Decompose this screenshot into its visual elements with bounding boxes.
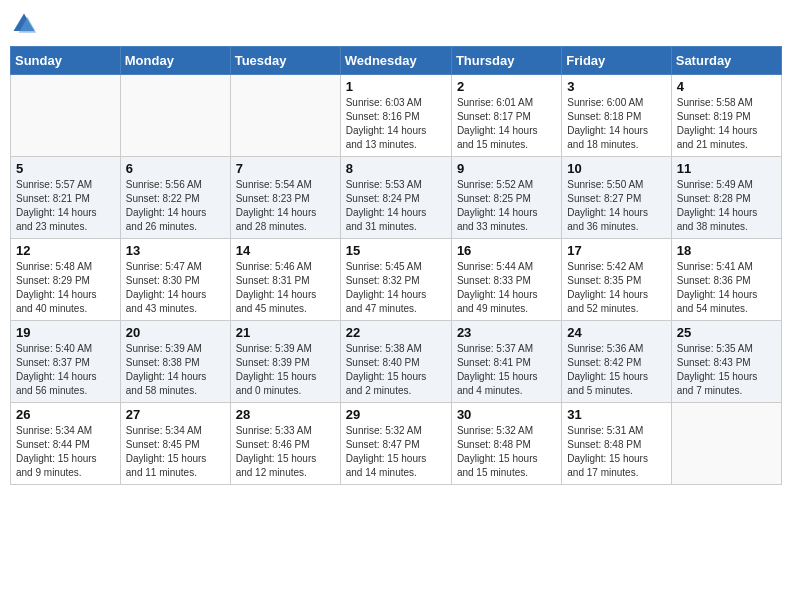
calendar-cell: 9Sunrise: 5:52 AM Sunset: 8:25 PM Daylig… (451, 157, 561, 239)
calendar-cell: 21Sunrise: 5:39 AM Sunset: 8:39 PM Dayli… (230, 321, 340, 403)
day-number: 16 (457, 243, 556, 258)
header-row: SundayMondayTuesdayWednesdayThursdayFrid… (11, 47, 782, 75)
day-number: 24 (567, 325, 665, 340)
day-info: Sunrise: 5:50 AM Sunset: 8:27 PM Dayligh… (567, 178, 665, 234)
day-number: 14 (236, 243, 335, 258)
calendar-week-2: 12Sunrise: 5:48 AM Sunset: 8:29 PM Dayli… (11, 239, 782, 321)
day-info: Sunrise: 5:53 AM Sunset: 8:24 PM Dayligh… (346, 178, 446, 234)
day-info: Sunrise: 5:34 AM Sunset: 8:44 PM Dayligh… (16, 424, 115, 480)
calendar-week-0: 1Sunrise: 6:03 AM Sunset: 8:16 PM Daylig… (11, 75, 782, 157)
calendar-table: SundayMondayTuesdayWednesdayThursdayFrid… (10, 46, 782, 485)
day-header-wednesday: Wednesday (340, 47, 451, 75)
day-info: Sunrise: 5:39 AM Sunset: 8:39 PM Dayligh… (236, 342, 335, 398)
calendar-cell: 5Sunrise: 5:57 AM Sunset: 8:21 PM Daylig… (11, 157, 121, 239)
day-info: Sunrise: 5:32 AM Sunset: 8:47 PM Dayligh… (346, 424, 446, 480)
day-info: Sunrise: 5:56 AM Sunset: 8:22 PM Dayligh… (126, 178, 225, 234)
calendar-cell (230, 75, 340, 157)
calendar-cell: 24Sunrise: 5:36 AM Sunset: 8:42 PM Dayli… (562, 321, 671, 403)
day-number: 13 (126, 243, 225, 258)
day-info: Sunrise: 5:54 AM Sunset: 8:23 PM Dayligh… (236, 178, 335, 234)
day-info: Sunrise: 5:44 AM Sunset: 8:33 PM Dayligh… (457, 260, 556, 316)
day-number: 8 (346, 161, 446, 176)
day-number: 1 (346, 79, 446, 94)
day-info: Sunrise: 5:41 AM Sunset: 8:36 PM Dayligh… (677, 260, 776, 316)
calendar-cell (671, 403, 781, 485)
calendar-cell: 30Sunrise: 5:32 AM Sunset: 8:48 PM Dayli… (451, 403, 561, 485)
day-info: Sunrise: 5:34 AM Sunset: 8:45 PM Dayligh… (126, 424, 225, 480)
calendar-cell: 23Sunrise: 5:37 AM Sunset: 8:41 PM Dayli… (451, 321, 561, 403)
calendar-cell: 15Sunrise: 5:45 AM Sunset: 8:32 PM Dayli… (340, 239, 451, 321)
day-header-friday: Friday (562, 47, 671, 75)
day-number: 18 (677, 243, 776, 258)
calendar-cell: 3Sunrise: 6:00 AM Sunset: 8:18 PM Daylig… (562, 75, 671, 157)
day-info: Sunrise: 5:46 AM Sunset: 8:31 PM Dayligh… (236, 260, 335, 316)
calendar-cell: 12Sunrise: 5:48 AM Sunset: 8:29 PM Dayli… (11, 239, 121, 321)
day-number: 10 (567, 161, 665, 176)
calendar-cell: 1Sunrise: 6:03 AM Sunset: 8:16 PM Daylig… (340, 75, 451, 157)
calendar-cell: 31Sunrise: 5:31 AM Sunset: 8:48 PM Dayli… (562, 403, 671, 485)
calendar-week-4: 26Sunrise: 5:34 AM Sunset: 8:44 PM Dayli… (11, 403, 782, 485)
day-number: 4 (677, 79, 776, 94)
calendar-cell: 2Sunrise: 6:01 AM Sunset: 8:17 PM Daylig… (451, 75, 561, 157)
calendar-cell: 11Sunrise: 5:49 AM Sunset: 8:28 PM Dayli… (671, 157, 781, 239)
calendar-week-3: 19Sunrise: 5:40 AM Sunset: 8:37 PM Dayli… (11, 321, 782, 403)
calendar-cell: 6Sunrise: 5:56 AM Sunset: 8:22 PM Daylig… (120, 157, 230, 239)
day-info: Sunrise: 5:42 AM Sunset: 8:35 PM Dayligh… (567, 260, 665, 316)
day-number: 21 (236, 325, 335, 340)
calendar-cell: 29Sunrise: 5:32 AM Sunset: 8:47 PM Dayli… (340, 403, 451, 485)
day-number: 9 (457, 161, 556, 176)
day-info: Sunrise: 5:58 AM Sunset: 8:19 PM Dayligh… (677, 96, 776, 152)
day-number: 3 (567, 79, 665, 94)
day-number: 17 (567, 243, 665, 258)
logo-icon (10, 10, 38, 38)
day-info: Sunrise: 5:39 AM Sunset: 8:38 PM Dayligh… (126, 342, 225, 398)
day-number: 23 (457, 325, 556, 340)
day-header-monday: Monday (120, 47, 230, 75)
day-number: 30 (457, 407, 556, 422)
calendar-cell: 26Sunrise: 5:34 AM Sunset: 8:44 PM Dayli… (11, 403, 121, 485)
day-number: 31 (567, 407, 665, 422)
day-info: Sunrise: 6:03 AM Sunset: 8:16 PM Dayligh… (346, 96, 446, 152)
day-info: Sunrise: 5:38 AM Sunset: 8:40 PM Dayligh… (346, 342, 446, 398)
day-info: Sunrise: 5:49 AM Sunset: 8:28 PM Dayligh… (677, 178, 776, 234)
day-number: 2 (457, 79, 556, 94)
calendar-cell (11, 75, 121, 157)
logo (10, 10, 42, 38)
day-number: 15 (346, 243, 446, 258)
day-number: 28 (236, 407, 335, 422)
day-header-tuesday: Tuesday (230, 47, 340, 75)
day-info: Sunrise: 5:32 AM Sunset: 8:48 PM Dayligh… (457, 424, 556, 480)
day-header-saturday: Saturday (671, 47, 781, 75)
calendar-cell: 10Sunrise: 5:50 AM Sunset: 8:27 PM Dayli… (562, 157, 671, 239)
page-header (10, 10, 782, 38)
day-number: 11 (677, 161, 776, 176)
day-number: 5 (16, 161, 115, 176)
calendar-cell: 22Sunrise: 5:38 AM Sunset: 8:40 PM Dayli… (340, 321, 451, 403)
day-info: Sunrise: 5:35 AM Sunset: 8:43 PM Dayligh… (677, 342, 776, 398)
day-info: Sunrise: 5:47 AM Sunset: 8:30 PM Dayligh… (126, 260, 225, 316)
day-info: Sunrise: 5:37 AM Sunset: 8:41 PM Dayligh… (457, 342, 556, 398)
calendar-cell (120, 75, 230, 157)
day-number: 26 (16, 407, 115, 422)
calendar-cell: 8Sunrise: 5:53 AM Sunset: 8:24 PM Daylig… (340, 157, 451, 239)
day-info: Sunrise: 5:40 AM Sunset: 8:37 PM Dayligh… (16, 342, 115, 398)
calendar-cell: 16Sunrise: 5:44 AM Sunset: 8:33 PM Dayli… (451, 239, 561, 321)
day-info: Sunrise: 5:52 AM Sunset: 8:25 PM Dayligh… (457, 178, 556, 234)
calendar-cell: 27Sunrise: 5:34 AM Sunset: 8:45 PM Dayli… (120, 403, 230, 485)
day-info: Sunrise: 5:31 AM Sunset: 8:48 PM Dayligh… (567, 424, 665, 480)
calendar-cell: 7Sunrise: 5:54 AM Sunset: 8:23 PM Daylig… (230, 157, 340, 239)
day-info: Sunrise: 5:33 AM Sunset: 8:46 PM Dayligh… (236, 424, 335, 480)
calendar-cell: 20Sunrise: 5:39 AM Sunset: 8:38 PM Dayli… (120, 321, 230, 403)
day-number: 27 (126, 407, 225, 422)
calendar-cell: 14Sunrise: 5:46 AM Sunset: 8:31 PM Dayli… (230, 239, 340, 321)
calendar-cell: 25Sunrise: 5:35 AM Sunset: 8:43 PM Dayli… (671, 321, 781, 403)
day-header-thursday: Thursday (451, 47, 561, 75)
calendar-cell: 19Sunrise: 5:40 AM Sunset: 8:37 PM Dayli… (11, 321, 121, 403)
calendar-cell: 18Sunrise: 5:41 AM Sunset: 8:36 PM Dayli… (671, 239, 781, 321)
day-info: Sunrise: 6:01 AM Sunset: 8:17 PM Dayligh… (457, 96, 556, 152)
day-header-sunday: Sunday (11, 47, 121, 75)
day-info: Sunrise: 5:48 AM Sunset: 8:29 PM Dayligh… (16, 260, 115, 316)
day-number: 25 (677, 325, 776, 340)
calendar-cell: 13Sunrise: 5:47 AM Sunset: 8:30 PM Dayli… (120, 239, 230, 321)
day-info: Sunrise: 6:00 AM Sunset: 8:18 PM Dayligh… (567, 96, 665, 152)
